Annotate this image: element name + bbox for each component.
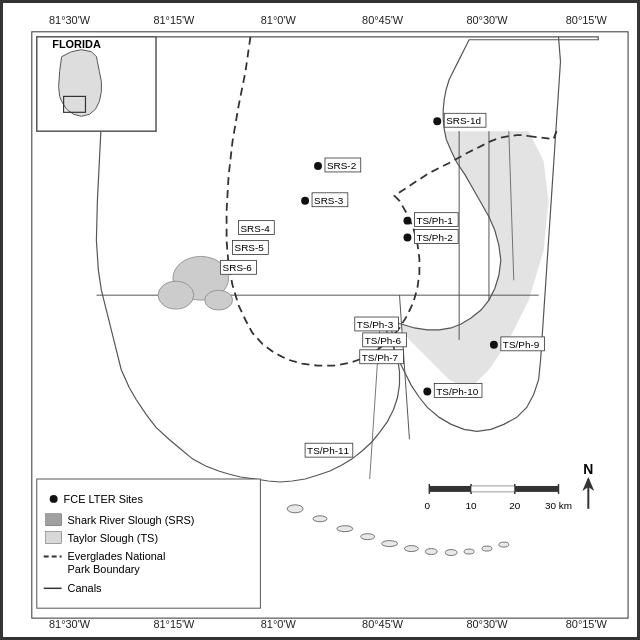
scale-0: 0 <box>425 500 431 511</box>
inset-title: FLORIDA <box>52 38 101 50</box>
site-tsph2-dot <box>403 234 411 242</box>
legend-canals-label: Canals <box>68 582 103 594</box>
legend-srs-box <box>46 514 62 526</box>
legend-dot <box>50 495 58 503</box>
legend-ts-label: Taylor Slough (TS) <box>68 532 158 544</box>
key-7 <box>425 549 437 555</box>
scale-fill-1 <box>429 486 471 492</box>
legend-boundary-label2: Park Boundary <box>68 563 141 575</box>
axis-top-2: 81°15'W <box>153 14 195 26</box>
key-3 <box>337 526 353 532</box>
key-11 <box>499 542 509 547</box>
axis-bot-4: 80°45'W <box>362 618 404 630</box>
legend-lter-label: FCE LTER Sites <box>64 493 144 505</box>
scale-fill-2 <box>471 486 515 492</box>
site-srs4-label: SRS-4 <box>241 223 271 234</box>
legend-boundary-label: Everglades National <box>68 550 166 562</box>
site-tsph1-label: TS/Ph-1 <box>416 215 453 226</box>
site-tsph10-label: TS/Ph-10 <box>436 386 478 397</box>
legend-ts-box <box>46 532 62 544</box>
axis-bot-6: 80°15'W <box>566 618 608 630</box>
key-4 <box>361 534 375 540</box>
axis-top-6: 80°15'W <box>566 14 608 26</box>
axis-top-5: 80°30'W <box>466 14 508 26</box>
site-srs1d-label: SRS-1d <box>446 115 481 126</box>
key-6 <box>404 546 418 552</box>
scale-20: 20 <box>509 500 521 511</box>
axis-bot-5: 80°30'W <box>466 618 508 630</box>
axis-bot-1: 81°30'W <box>49 618 91 630</box>
site-tsph10-dot <box>423 388 431 396</box>
site-srs3-dot <box>301 197 309 205</box>
key-10 <box>482 546 492 551</box>
site-tsph9-label: TS/Ph-9 <box>503 339 540 350</box>
key-5 <box>382 541 398 547</box>
axis-bot-3: 81°0'W <box>261 618 297 630</box>
site-tsph2-label: TS/Ph-2 <box>416 232 453 243</box>
axis-top-3: 81°0'W <box>261 14 297 26</box>
axis-top-1: 81°30'W <box>49 14 91 26</box>
site-srs1d-dot <box>433 117 441 125</box>
key-8 <box>445 550 457 556</box>
site-tsph9-dot <box>490 341 498 349</box>
site-tsph1-dot <box>403 217 411 225</box>
site-srs3-label: SRS-3 <box>314 195 344 206</box>
inset-florida <box>59 50 102 117</box>
north-label: N <box>583 461 593 477</box>
site-srs5-label: SRS-5 <box>235 242 265 253</box>
scale-10: 10 <box>466 500 478 511</box>
site-srs2-label: SRS-2 <box>327 160 357 171</box>
scale-fill-3 <box>515 486 559 492</box>
site-srs2-dot <box>314 162 322 170</box>
axis-top-4: 80°45'W <box>362 14 404 26</box>
key-2 <box>313 516 327 522</box>
site-tsph11-label: TS/Ph-11 <box>307 445 349 456</box>
wetland-3 <box>205 290 233 310</box>
site-tsph6-label: TS/Ph-6 <box>365 335 402 346</box>
site-tsph3-label: TS/Ph-3 <box>357 319 394 330</box>
key-1 <box>287 505 303 513</box>
key-9 <box>464 549 474 554</box>
axis-bot-2: 81°15'W <box>153 618 195 630</box>
site-srs6-label: SRS-6 <box>223 262 253 273</box>
map-container: 81°30'W 81°15'W 81°0'W 80°45'W 80°30'W 8… <box>0 0 640 640</box>
site-tsph7-label: TS/Ph-7 <box>362 352 399 363</box>
legend-srs-label: Shark River Slough (SRS) <box>68 514 195 526</box>
wetland-2 <box>158 281 194 309</box>
scale-30: 30 km <box>545 500 572 511</box>
